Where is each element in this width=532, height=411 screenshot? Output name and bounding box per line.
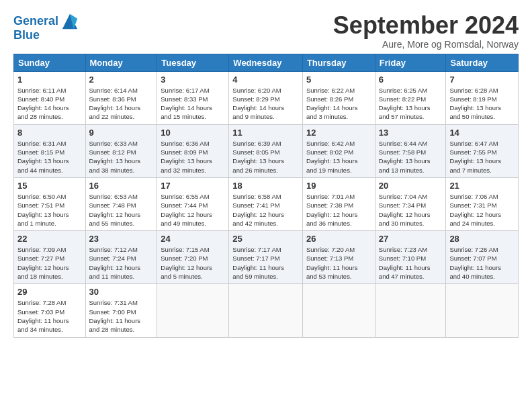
calendar-table: SundayMondayTuesdayWednesdayThursdayFrid… <box>13 54 519 338</box>
day-cell: 28Sunrise: 7:26 AM Sunset: 7:07 PM Dayli… <box>446 231 519 284</box>
day-cell: 29Sunrise: 7:28 AM Sunset: 7:03 PM Dayli… <box>14 284 86 337</box>
day-number: 3 <box>161 75 225 85</box>
day-cell: 25Sunrise: 7:17 AM Sunset: 7:17 PM Dayli… <box>229 231 303 284</box>
day-cell <box>229 284 303 337</box>
day-number: 7 <box>449 75 515 85</box>
day-info: Sunrise: 6:47 AM Sunset: 7:55 PM Dayligh… <box>449 139 515 175</box>
day-cell: 7Sunrise: 6:28 AM Sunset: 8:19 PM Daylig… <box>446 71 519 124</box>
week-row: 8Sunrise: 6:31 AM Sunset: 8:15 PM Daylig… <box>14 124 519 177</box>
day-number: 23 <box>89 234 154 244</box>
day-number: 20 <box>379 181 443 191</box>
header-cell-saturday: Saturday <box>446 54 519 71</box>
day-cell <box>375 284 446 337</box>
day-info: Sunrise: 7:28 AM Sunset: 7:03 PM Dayligh… <box>17 298 82 334</box>
day-info: Sunrise: 7:31 AM Sunset: 7:00 PM Dayligh… <box>89 298 154 334</box>
day-cell: 22Sunrise: 7:09 AM Sunset: 7:27 PM Dayli… <box>14 231 86 284</box>
day-info: Sunrise: 7:23 AM Sunset: 7:10 PM Dayligh… <box>379 245 443 281</box>
day-info: Sunrise: 7:15 AM Sunset: 7:20 PM Dayligh… <box>161 245 225 281</box>
day-number: 12 <box>306 128 371 138</box>
day-info: Sunrise: 7:04 AM Sunset: 7:34 PM Dayligh… <box>379 192 443 228</box>
day-cell: 24Sunrise: 7:15 AM Sunset: 7:20 PM Dayli… <box>157 231 229 284</box>
header-cell-friday: Friday <box>375 54 446 71</box>
day-number: 8 <box>17 128 82 138</box>
day-cell: 30Sunrise: 7:31 AM Sunset: 7:00 PM Dayli… <box>85 284 157 337</box>
day-number: 9 <box>89 128 154 138</box>
day-cell: 13Sunrise: 6:44 AM Sunset: 7:58 PM Dayli… <box>375 124 446 177</box>
day-number: 24 <box>161 234 225 244</box>
day-number: 15 <box>17 181 82 191</box>
subtitle: Aure, More og Romsdal, Norway <box>333 39 519 50</box>
day-cell: 10Sunrise: 6:36 AM Sunset: 8:09 PM Dayli… <box>157 124 229 177</box>
day-info: Sunrise: 6:44 AM Sunset: 7:58 PM Dayligh… <box>379 139 443 175</box>
day-cell: 26Sunrise: 7:20 AM Sunset: 7:13 PM Dayli… <box>302 231 375 284</box>
day-cell: 11Sunrise: 6:39 AM Sunset: 8:05 PM Dayli… <box>229 124 303 177</box>
day-info: Sunrise: 7:09 AM Sunset: 7:27 PM Dayligh… <box>17 245 82 281</box>
day-number: 10 <box>161 128 225 138</box>
day-info: Sunrise: 7:01 AM Sunset: 7:38 PM Dayligh… <box>306 192 371 228</box>
header-cell-sunday: Sunday <box>14 54 86 71</box>
day-cell <box>157 284 229 337</box>
day-info: Sunrise: 6:20 AM Sunset: 8:29 PM Dayligh… <box>232 86 299 122</box>
day-info: Sunrise: 6:58 AM Sunset: 7:41 PM Dayligh… <box>232 192 299 228</box>
day-info: Sunrise: 6:28 AM Sunset: 8:19 PM Dayligh… <box>449 86 515 122</box>
day-number: 11 <box>232 128 299 138</box>
page: General Blue September 2024 Aure, More o… <box>0 0 532 411</box>
logo-text: General <box>13 15 58 28</box>
day-cell: 27Sunrise: 7:23 AM Sunset: 7:10 PM Dayli… <box>375 231 446 284</box>
day-info: Sunrise: 6:11 AM Sunset: 8:40 PM Dayligh… <box>17 86 82 122</box>
day-number: 27 <box>379 234 443 244</box>
header-row: SundayMondayTuesdayWednesdayThursdayFrid… <box>14 54 519 71</box>
day-cell: 21Sunrise: 7:06 AM Sunset: 7:31 PM Dayli… <box>446 177 519 230</box>
day-info: Sunrise: 6:14 AM Sunset: 8:36 PM Dayligh… <box>89 86 154 122</box>
day-info: Sunrise: 7:06 AM Sunset: 7:31 PM Dayligh… <box>449 192 515 228</box>
day-number: 25 <box>232 234 299 244</box>
day-info: Sunrise: 6:25 AM Sunset: 8:22 PM Dayligh… <box>379 86 443 122</box>
header-cell-thursday: Thursday <box>302 54 375 71</box>
day-number: 26 <box>306 234 371 244</box>
header-cell-wednesday: Wednesday <box>229 54 303 71</box>
day-number: 17 <box>161 181 225 191</box>
day-number: 22 <box>17 234 82 244</box>
day-number: 14 <box>449 128 515 138</box>
day-cell: 15Sunrise: 6:50 AM Sunset: 7:51 PM Dayli… <box>14 177 86 230</box>
day-number: 18 <box>232 181 299 191</box>
week-row: 29Sunrise: 7:28 AM Sunset: 7:03 PM Dayli… <box>14 284 519 337</box>
day-info: Sunrise: 6:31 AM Sunset: 8:15 PM Dayligh… <box>17 139 82 175</box>
day-number: 16 <box>89 181 154 191</box>
logo: General Blue <box>13 12 79 42</box>
day-number: 30 <box>89 287 154 297</box>
day-cell: 5Sunrise: 6:22 AM Sunset: 8:26 PM Daylig… <box>302 71 375 124</box>
day-cell: 2Sunrise: 6:14 AM Sunset: 8:36 PM Daylig… <box>85 71 157 124</box>
day-info: Sunrise: 6:33 AM Sunset: 8:12 PM Dayligh… <box>89 139 154 175</box>
day-cell: 12Sunrise: 6:42 AM Sunset: 8:02 PM Dayli… <box>302 124 375 177</box>
day-info: Sunrise: 7:17 AM Sunset: 7:17 PM Dayligh… <box>232 245 299 281</box>
day-number: 4 <box>232 75 299 85</box>
day-number: 13 <box>379 128 443 138</box>
header-cell-tuesday: Tuesday <box>157 54 229 71</box>
day-cell: 16Sunrise: 6:53 AM Sunset: 7:48 PM Dayli… <box>85 177 157 230</box>
day-info: Sunrise: 7:26 AM Sunset: 7:07 PM Dayligh… <box>449 245 515 281</box>
day-cell: 4Sunrise: 6:20 AM Sunset: 8:29 PM Daylig… <box>229 71 303 124</box>
day-cell: 8Sunrise: 6:31 AM Sunset: 8:15 PM Daylig… <box>14 124 86 177</box>
day-info: Sunrise: 6:53 AM Sunset: 7:48 PM Dayligh… <box>89 192 154 228</box>
day-number: 2 <box>89 75 154 85</box>
day-info: Sunrise: 6:39 AM Sunset: 8:05 PM Dayligh… <box>232 139 299 175</box>
title-area: September 2024 Aure, More og Romsdal, No… <box>333 12 519 50</box>
day-number: 5 <box>306 75 371 85</box>
week-row: 1Sunrise: 6:11 AM Sunset: 8:40 PM Daylig… <box>14 71 519 124</box>
day-cell: 23Sunrise: 7:12 AM Sunset: 7:24 PM Dayli… <box>85 231 157 284</box>
week-row: 15Sunrise: 6:50 AM Sunset: 7:51 PM Dayli… <box>14 177 519 230</box>
header: General Blue September 2024 Aure, More o… <box>13 12 519 50</box>
day-info: Sunrise: 6:36 AM Sunset: 8:09 PM Dayligh… <box>161 139 225 175</box>
week-row: 22Sunrise: 7:09 AM Sunset: 7:27 PM Dayli… <box>14 231 519 284</box>
day-cell: 9Sunrise: 6:33 AM Sunset: 8:12 PM Daylig… <box>85 124 157 177</box>
day-cell <box>302 284 375 337</box>
day-number: 29 <box>17 287 82 297</box>
day-number: 1 <box>17 75 82 85</box>
day-cell: 3Sunrise: 6:17 AM Sunset: 8:33 PM Daylig… <box>157 71 229 124</box>
day-cell: 1Sunrise: 6:11 AM Sunset: 8:40 PM Daylig… <box>14 71 86 124</box>
day-info: Sunrise: 7:20 AM Sunset: 7:13 PM Dayligh… <box>306 245 371 281</box>
logo-line2: Blue <box>13 28 40 42</box>
day-info: Sunrise: 6:55 AM Sunset: 7:44 PM Dayligh… <box>161 192 225 228</box>
day-info: Sunrise: 7:12 AM Sunset: 7:24 PM Dayligh… <box>89 245 154 281</box>
